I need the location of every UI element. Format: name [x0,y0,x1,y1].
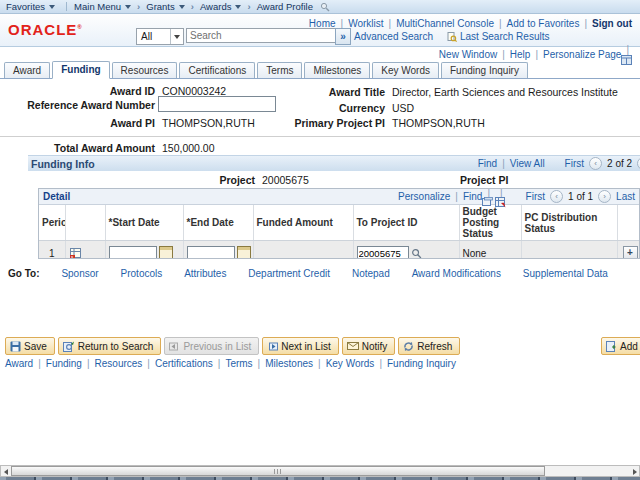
multichannel-console-link[interactable]: MultiChannel Console [384,18,494,29]
protocols-link[interactable]: Protocols [121,268,163,279]
footer-link-funding[interactable]: Funding [33,358,82,369]
end-date-input[interactable] [187,246,235,259]
footer-link-milestones[interactable]: Milestones [253,358,313,369]
search-scope-value: All [137,31,170,42]
tab-award[interactable]: Award [4,62,50,78]
award-pi-value: THOMPSON,RUTH [162,117,255,129]
refresh-icon [403,341,414,352]
primary-project-pi-value: THOMPSON,RUTH [392,117,485,129]
breadcrumb: Favorites Main Menu Grants Awards Award … [0,0,640,14]
col-end-date: *End Date [183,205,253,241]
search-input[interactable] [186,28,340,43]
personalize-link[interactable]: Personalize [398,191,450,202]
refresh-button[interactable]: Refresh [398,337,460,355]
footer-link-key-words[interactable]: Key Words [313,358,374,369]
download-icon[interactable] [495,188,508,208]
add-to-favorites-link[interactable]: Add to Favorites [494,18,579,29]
horizontal-scrollbar[interactable] [0,465,640,477]
department-credit-link[interactable]: Department Credit [248,268,330,279]
chevron-down-icon [125,5,131,9]
attributes-link[interactable]: Attributes [184,268,226,279]
currency-value: USD [392,102,414,114]
pc-distribution-status-value [521,241,617,260]
search-go-button[interactable]: » [335,28,351,45]
calendar-icon[interactable] [237,246,251,259]
double-chevron-icon: » [340,31,346,42]
find-link[interactable]: Find [478,158,497,169]
new-window-link[interactable]: New Window [439,49,497,60]
page-zoom-icon [320,2,330,12]
tab-terms[interactable]: Terms [257,62,302,78]
breadcrumb-item-grants[interactable]: Grants [146,1,185,12]
breadcrumb-separator-icon [137,1,140,12]
header-links: Home Worklist MultiChannel Console Add t… [309,18,632,29]
first-link[interactable]: First [565,158,584,169]
detail-title: Detail [43,191,70,202]
footer-link-resources[interactable]: Resources [82,358,142,369]
scroll-right-arrow[interactable] [630,467,639,476]
save-button[interactable]: Save [5,337,55,355]
footer-link-award[interactable]: Award [5,358,33,369]
reference-award-number-input[interactable] [158,96,276,112]
to-project-id-input[interactable] [357,246,409,259]
tab-resources[interactable]: Resources [112,62,178,78]
award-modifications-link[interactable]: Award Modifications [412,268,501,279]
last-search-results-link[interactable]: Last Search Results [447,31,550,42]
budget-detail-icon[interactable]: $ [69,247,102,260]
last-link[interactable]: Last [616,191,635,202]
personalize-page-link[interactable]: Personalize Page [530,49,621,60]
award-title-value: Director, Earth Sciences and Resources I… [392,86,618,98]
col-icon [65,205,105,241]
zoom-grid-icon[interactable] [482,188,495,207]
return-to-search-button[interactable]: Return to Search [58,337,162,355]
add-row-button[interactable]: + [623,246,638,260]
project-value: 20005675 [262,174,309,186]
breadcrumb-separator-icon [247,1,250,12]
notepad-link[interactable]: Notepad [352,268,390,279]
tab-funding-inquiry[interactable]: Funding Inquiry [441,62,528,78]
tab-funding[interactable]: Funding [52,61,109,79]
footer-link-funding-inquiry[interactable]: Funding Inquiry [374,358,456,369]
find-link[interactable]: Find [450,191,482,202]
advanced-search-link[interactable]: Advanced Search [354,31,433,42]
footer-link-certifications[interactable]: Certifications [142,358,212,369]
detail-grid-header: Detail Personalize Find First 1 of 1 Las… [39,189,639,205]
reference-award-number-label: Reference Award Number [0,99,155,111]
next-in-list-button[interactable]: Next in List [262,337,338,355]
project-pi-label: Project PI [460,174,508,186]
search-scope-select[interactable]: All [136,28,184,45]
breadcrumb-divider [66,2,67,11]
add-button[interactable]: Add [601,337,640,355]
award-title-label: Award Title [270,86,385,98]
calendar-icon[interactable] [159,246,173,259]
scrollbar-thumb[interactable] [11,466,545,476]
scroll-left-arrow[interactable] [1,467,10,476]
home-link[interactable]: Home [309,18,336,29]
lookup-icon[interactable] [411,248,422,259]
sign-out-link[interactable]: Sign out [579,18,632,29]
tab-milestones[interactable]: Milestones [304,62,370,78]
tab-certifications[interactable]: Certifications [179,62,255,78]
start-date-input[interactable] [109,246,157,259]
tab-key-words[interactable]: Key Words [372,62,439,78]
chevron-down-icon[interactable] [170,29,183,44]
table-header-row: Period *Start Date *End Date Funded Amou… [39,205,640,241]
save-icon [10,341,21,352]
first-link[interactable]: First [526,191,545,202]
breadcrumb-item-awards[interactable]: Awards [200,1,242,12]
previous-in-list-button: Previous in List [164,337,259,355]
main-menu[interactable]: Main Menu [74,1,131,12]
previous-row-icon[interactable] [550,190,563,203]
footer-link-terms[interactable]: Terms [213,358,253,369]
view-all-link[interactable]: View All [497,158,544,169]
sponsor-link[interactable]: Sponsor [61,268,98,279]
page-toolbar: Save Return to Search Previous in List N… [5,337,460,355]
help-link[interactable]: Help [497,49,530,60]
notify-button[interactable]: Notify [342,337,396,355]
next-row-icon[interactable] [598,190,611,203]
worklist-link[interactable]: Worklist [336,18,384,29]
favorites-menu[interactable]: Favorites [6,1,55,12]
col-pc-distribution-status: PC Distribution Status [521,205,617,241]
previous-row-icon[interactable] [589,157,602,170]
supplemental-data-link[interactable]: Supplemental Data [523,268,608,279]
